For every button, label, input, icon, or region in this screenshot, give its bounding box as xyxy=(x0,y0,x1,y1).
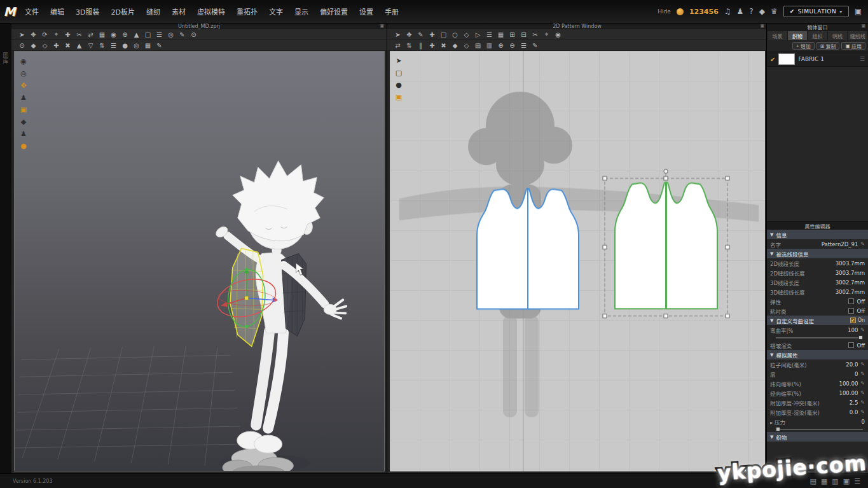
checkbox-icon[interactable] xyxy=(848,298,854,304)
vip-crown-icon[interactable]: ♛ xyxy=(771,7,778,16)
edit-icon[interactable]: ✎ xyxy=(860,371,865,377)
text-tool-icon[interactable]: ☰ xyxy=(484,30,495,39)
property-row[interactable]: ▸ 压力0 xyxy=(767,417,868,426)
property-row[interactable]: 弯曲率|%100✎ xyxy=(767,325,868,335)
edit-icon[interactable]: ✎ xyxy=(860,380,865,386)
property-row[interactable]: 层0✎ xyxy=(767,369,868,379)
slider-handle[interactable] xyxy=(776,427,780,431)
object-tab[interactable]: 明线 xyxy=(828,31,848,40)
simulation-button[interactable]: ✔ SIMULATION ▾ xyxy=(783,6,849,17)
2d-viewport[interactable]: ➤ ▢ ● ▣ xyxy=(390,51,765,471)
pane-expand-icon[interactable]: ▣ xyxy=(760,24,764,29)
layout-split-icon[interactable]: ▥ xyxy=(832,477,838,485)
point-icon[interactable]: ⊙ xyxy=(188,30,199,39)
hole-icon[interactable]: ◇ xyxy=(39,41,50,50)
property-row[interactable]: 附加厚度-渲染(毫米)0.0✎ xyxy=(767,407,868,417)
slider[interactable] xyxy=(767,426,868,432)
property-row[interactable]: 3D线段长度3002.7mm xyxy=(767,277,868,287)
select-tool-icon[interactable]: ➤ xyxy=(17,30,27,39)
object-tab[interactable]: 织物 xyxy=(788,31,808,40)
edit-icon[interactable]: ✎ xyxy=(860,409,865,415)
object-action-button[interactable]: + 增加 xyxy=(792,42,815,50)
subtract-icon[interactable]: ⊟ xyxy=(518,30,529,39)
add-rect-icon[interactable]: ⊞ xyxy=(507,30,518,39)
menu-bottom-icon[interactable]: ☰ xyxy=(854,477,860,485)
show-garment-icon[interactable]: ▣ xyxy=(18,104,29,115)
tape-icon[interactable]: ◆ xyxy=(18,116,29,127)
raise-icon[interactable]: ▲ xyxy=(131,30,142,39)
notch-icon[interactable]: ◆ xyxy=(450,41,460,50)
gizmo-icon[interactable]: ✥ xyxy=(18,80,29,91)
object-tab[interactable]: 场景 xyxy=(768,31,787,40)
menubar-item[interactable]: 显示 xyxy=(289,6,314,17)
edit-icon[interactable]: ✎ xyxy=(860,400,865,405)
property-row[interactable]: 纬向缩率(%)100.00✎ xyxy=(767,379,868,388)
pattern-pair-selected[interactable] xyxy=(615,183,717,309)
property-row[interactable]: 粒子间距(毫米)20.0✎ xyxy=(767,359,868,369)
focus-2d-icon[interactable]: ⌖ xyxy=(541,30,552,39)
menubar-item[interactable]: 文字 xyxy=(263,6,289,17)
3d-viewport[interactable]: ◉ ◎ ✥ ♟ ▣ ◆ ♟ ● xyxy=(14,51,385,471)
panel-toggle-icon[interactable]: ▣ xyxy=(855,7,862,16)
cut-tool-icon[interactable]: ✂ xyxy=(530,30,541,39)
property-row[interactable]: 3D缝纫线长度3002.7mm xyxy=(767,287,868,296)
add-pin-icon[interactable]: ✚ xyxy=(51,41,62,50)
edit-icon[interactable]: ✎ xyxy=(860,241,865,247)
remove-pin-icon[interactable]: ✖ xyxy=(62,41,73,50)
menubar-item[interactable]: 2D板片 xyxy=(105,6,140,17)
ring-icon[interactable]: ◎ xyxy=(131,41,142,50)
mannequin-icon[interactable]: ♟ xyxy=(18,129,29,139)
edit-icon[interactable]: ✎ xyxy=(860,361,865,367)
menubar-item[interactable]: 编辑 xyxy=(45,6,70,17)
object-action-button[interactable]: ▣ 应用 xyxy=(841,42,865,50)
property-section-header[interactable]: ▼织物 xyxy=(767,432,868,442)
pin-tool-icon[interactable]: ✚ xyxy=(62,30,73,39)
edit-icon[interactable]: ✎ xyxy=(860,390,865,396)
expand-icon[interactable]: ⊕ xyxy=(495,41,506,50)
fabric-swatch[interactable] xyxy=(778,53,795,65)
flatten-icon[interactable]: □ xyxy=(142,30,153,39)
library-vertical-tab[interactable]: 图库 xyxy=(2,52,10,64)
sound-icon[interactable]: ♫ xyxy=(724,7,731,16)
menubar-item[interactable]: 素材 xyxy=(166,6,191,17)
slider-handle[interactable] xyxy=(858,335,863,340)
property-row[interactable]: 2D缝纫线长度3003.7mm xyxy=(767,268,868,277)
stitch-point-icon[interactable]: ⊙ xyxy=(17,41,27,50)
hatch-h-icon[interactable]: ▤ xyxy=(472,41,483,50)
hamburger-icon[interactable]: ☰ xyxy=(860,56,865,62)
property-section-header[interactable]: ▼模拟属性 xyxy=(767,350,868,359)
hide-label[interactable]: Hide xyxy=(658,8,671,15)
checkbox-icon[interactable] xyxy=(848,308,854,314)
object-action-button[interactable]: ⊞ 复制 xyxy=(816,42,840,50)
hatch-v-icon[interactable]: ▥ xyxy=(484,41,495,50)
layout-icon[interactable]: ☰ xyxy=(154,30,165,39)
section-toggle[interactable]: ✔On xyxy=(850,317,865,323)
add-point-icon[interactable]: ✚ xyxy=(427,30,437,39)
user-icon[interactable]: ♟ xyxy=(737,7,744,16)
pattern-outline-icon[interactable]: ▢ xyxy=(393,67,404,78)
property-row[interactable]: 2D线段长度3003.7mm xyxy=(767,258,868,268)
show-avatar-icon[interactable]: ◉ xyxy=(18,56,29,67)
arrangement-sphere-icon[interactable]: ● xyxy=(18,141,29,151)
rotate-view-icon[interactable]: ⟳ xyxy=(39,30,50,39)
menubar-item[interactable]: 虚拟模特 xyxy=(191,6,231,17)
edit-pattern-icon[interactable]: ✎ xyxy=(415,30,426,39)
layout-full-icon[interactable]: ▣ xyxy=(843,477,850,485)
menubar-item[interactable]: 重拓扑 xyxy=(231,6,263,17)
list-icon[interactable]: ☰ xyxy=(108,41,119,50)
app-logo[interactable]: M xyxy=(0,4,19,18)
property-section-header[interactable]: ▼信息 xyxy=(767,230,868,239)
focus-icon[interactable]: ⌖ xyxy=(51,30,62,39)
transform-tool-icon[interactable]: ➤ xyxy=(392,30,403,39)
fold-up-icon[interactable]: ▲ xyxy=(74,41,85,50)
seam-line-icon[interactable]: ‖ xyxy=(415,41,426,50)
help-icon[interactable]: ? xyxy=(749,7,753,16)
sew-tool-icon[interactable]: ⇄ xyxy=(392,41,403,50)
menubar-item[interactable]: 3D服装 xyxy=(70,6,105,17)
free-sew-icon[interactable]: ⇅ xyxy=(404,41,415,50)
slider[interactable] xyxy=(767,335,868,340)
sewing-tool-icon[interactable]: ⇄ xyxy=(85,30,96,39)
edit-icon[interactable]: ✎ xyxy=(860,327,865,333)
grid-tool-icon[interactable]: ▦ xyxy=(495,30,506,39)
swap-layer-icon[interactable]: ⇅ xyxy=(97,41,107,50)
